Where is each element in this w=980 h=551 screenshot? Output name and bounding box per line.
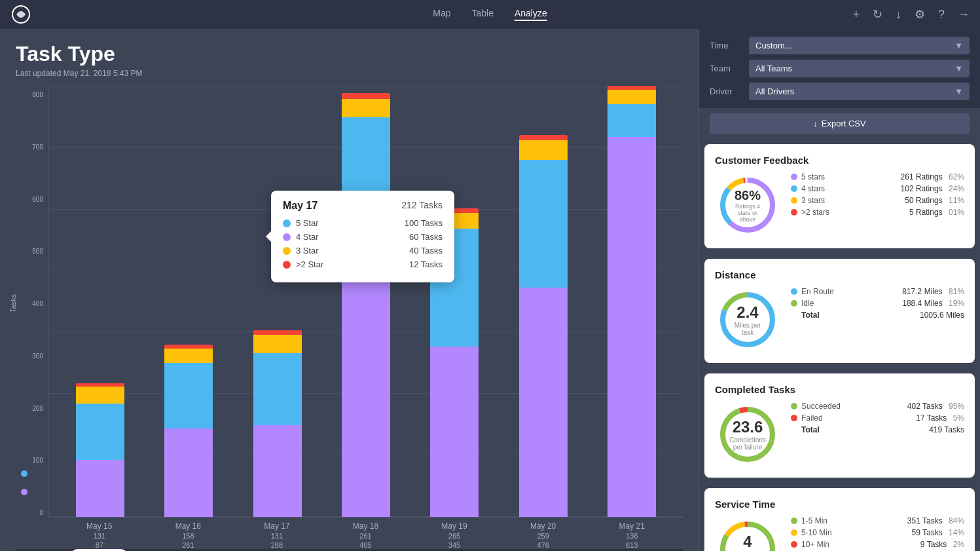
- x-val1-may19: 265: [425, 532, 484, 540]
- distance-card: Distance 2.4 Miles per task: [704, 259, 975, 363]
- distance-donut-label: 2.4 Miles per task: [731, 303, 764, 336]
- stat-dot-2stars: [791, 209, 797, 216]
- export-csv-button[interactable]: ↓ Export CSV: [710, 113, 970, 134]
- main-nav: Map Table Analyze: [433, 8, 547, 21]
- x-label-may18: May 18: [336, 522, 395, 531]
- x-val2-may18: 405: [336, 541, 395, 549]
- stat-dot-1-5min: [791, 518, 797, 524]
- filter-driver-value: All Drivers: [755, 86, 794, 96]
- download-csv-icon: ↓: [813, 119, 818, 128]
- stat-dot-failed: [791, 415, 797, 421]
- y-label-300: 300: [16, 352, 43, 360]
- filter-time-select[interactable]: Custom... ▼: [749, 37, 970, 54]
- bar-may20[interactable]: [514, 135, 573, 517]
- chart-area: Task Type Last updated May 21, 2018 5:43…: [0, 29, 699, 551]
- customer-feedback-sub: Ratings 4 stars or above: [731, 203, 764, 223]
- x-label-may16: May 16: [158, 522, 217, 531]
- feedback-stat-2stars: >2 stars 5 Ratings 01%: [791, 208, 964, 217]
- service-time-donut-label: 4 Minutes per task: [731, 533, 764, 551]
- completed-tasks-title: Completed Tasks: [715, 384, 964, 395]
- filter-team-select[interactable]: All Teams ▼: [749, 60, 970, 77]
- feedback-stat-3stars: 3 stars 50 Ratings 11%: [791, 196, 964, 205]
- distance-total: Total 1005.6 Miles: [791, 311, 964, 320]
- x-val2-may20: 476: [514, 541, 573, 549]
- chevron-down-icon-team: ▼: [954, 64, 963, 73]
- refresh-icon[interactable]: ↻: [873, 7, 882, 22]
- filter-driver-row: Driver All Drivers ▼: [710, 83, 970, 100]
- completed-tasks-center: 23.6: [729, 418, 766, 436]
- tooltip-val-2star: 12 Tasks: [409, 259, 443, 269]
- feedback-stat-4stars: 4 stars 102 Ratings 24%: [791, 184, 964, 193]
- x-val2-may15: 87: [70, 541, 129, 549]
- add-icon[interactable]: +: [852, 8, 860, 22]
- filter-team-row: Team All Teams ▼: [710, 60, 970, 77]
- page-title: Task Type: [16, 42, 683, 66]
- header-actions: + ↻ ↓ ⚙ ? →: [852, 7, 970, 22]
- service-time-card: Service Time 4 Minutes per task: [704, 488, 975, 551]
- bar-may21[interactable]: [602, 86, 661, 517]
- bar-may17[interactable]: [248, 330, 307, 517]
- tooltip-row-4star: 4 Star 60 Tasks: [283, 232, 443, 242]
- tooltip-dot-4star: [283, 233, 291, 241]
- filter-section: Time Custom... ▼ Team All Teams ▼ Driver…: [699, 29, 980, 108]
- help-icon[interactable]: ?: [938, 8, 945, 22]
- x-label-may21: May 21: [602, 522, 661, 531]
- chevron-down-icon-driver: ▼: [954, 86, 963, 96]
- tooltip-val-3star: 40 Tasks: [409, 246, 443, 256]
- x-val1-may15: 131: [70, 532, 129, 540]
- x-label-may19: May 19: [425, 522, 484, 531]
- distance-center: 2.4: [731, 303, 764, 322]
- logout-icon[interactable]: →: [958, 8, 970, 22]
- nav-map[interactable]: Map: [433, 8, 450, 21]
- nav-table[interactable]: Table: [471, 8, 493, 21]
- customer-feedback-donut-label: 86% Ratings 4 stars or above: [731, 188, 764, 223]
- logo-icon[interactable]: [10, 4, 31, 25]
- legend-purple-dot: [21, 489, 27, 495]
- bar-may18[interactable]: [336, 93, 395, 517]
- chart-container: 800 700 600 500 400 300 200 100 0 Tasks: [16, 86, 683, 549]
- tooltip-dot-5star: [283, 219, 291, 227]
- filter-time-value: Custom...: [755, 41, 792, 50]
- download-icon[interactable]: ↓: [896, 8, 901, 22]
- filter-driver-select[interactable]: All Drivers ▼: [749, 83, 970, 100]
- distance-en-route: En Route 817.2 Miles 81%: [791, 287, 964, 296]
- x-label-may17: May 17: [247, 522, 306, 531]
- stat-dot-en-route: [791, 288, 797, 295]
- completed-tasks-sub: Completions per failure: [729, 436, 766, 451]
- legend-blue-dot: [21, 470, 27, 477]
- filter-driver-label: Driver: [710, 86, 749, 96]
- bar-may15[interactable]: [71, 383, 130, 517]
- stat-dot-10plus: [791, 541, 797, 548]
- x-val1-may16: 158: [158, 532, 217, 540]
- tooltip-dot-3star: [283, 247, 291, 255]
- x-val1-may21: 136: [602, 532, 661, 540]
- distance-idle: Idle 188.4 Miles 19%: [791, 299, 964, 308]
- service-time-title: Service Time: [715, 499, 964, 510]
- y-label-500: 500: [16, 248, 43, 255]
- nav-analyze[interactable]: Analyze: [515, 8, 547, 21]
- stat-dot-3stars: [791, 197, 797, 204]
- tooltip-val-4star: 60 Tasks: [409, 232, 443, 242]
- stat-1-5min: 1-5 Min 351 Tasks 84%: [791, 516, 964, 525]
- x-val2-may19: 345: [425, 541, 484, 549]
- customer-feedback-pct: 86%: [731, 188, 764, 203]
- customer-feedback-title: Customer Feedback: [715, 155, 964, 166]
- completed-tasks-donut-label: 23.6 Completions per failure: [729, 418, 766, 451]
- x-val2-may21: 613: [602, 541, 661, 549]
- y-label-800: 800: [16, 91, 43, 98]
- settings-icon[interactable]: ⚙: [915, 7, 925, 22]
- tooltip-row-5star: 5 Star 100 Tasks: [283, 218, 443, 228]
- chevron-down-icon-time: ▼: [954, 41, 963, 50]
- filter-time-row: Time Custom... ▼: [710, 37, 970, 54]
- customer-feedback-stats: 5 stars 261 Ratings 62% 4 stars 102 Rati…: [791, 172, 964, 238]
- y-label-100: 100: [16, 457, 43, 464]
- x-val2-may17: 288: [247, 541, 306, 549]
- service-time-donut: 4 Minutes per task: [715, 516, 780, 551]
- y-label-700: 700: [16, 143, 43, 151]
- distance-sub: Miles per task: [731, 322, 764, 336]
- y-axis-title: Tasks: [9, 294, 17, 313]
- tooltip-row-2star: >2 Star 12 Tasks: [283, 259, 443, 269]
- bar-may16[interactable]: [159, 345, 218, 517]
- tooltip-dot-2star: [283, 261, 291, 269]
- x-label-may15: May 15: [70, 522, 129, 531]
